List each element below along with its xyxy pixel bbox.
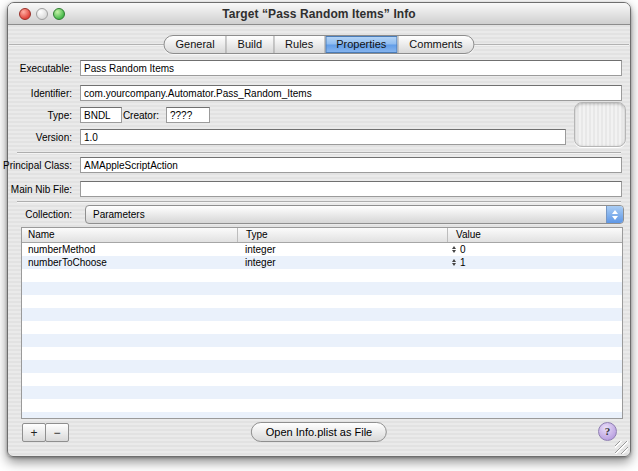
- main-nib-field[interactable]: [80, 181, 622, 197]
- principal-class-field[interactable]: [80, 157, 622, 173]
- parameters-table: Name Type Value numberMethod integer 0 n…: [21, 227, 623, 419]
- zoom-button[interactable]: [53, 8, 65, 20]
- table-header: Name Type Value: [22, 228, 622, 243]
- principal-class-label: Principal Class:: [3, 157, 72, 174]
- tab-rules[interactable]: Rules: [273, 36, 324, 53]
- value-stepper-icon[interactable]: [452, 246, 456, 253]
- open-info-plist-button[interactable]: Open Info.plist as File: [251, 422, 387, 442]
- type-label: Type:: [48, 107, 72, 124]
- tab-properties[interactable]: Properties: [324, 36, 397, 53]
- cell-type: integer: [237, 256, 447, 269]
- resize-grip[interactable]: [615, 441, 628, 454]
- creator-field[interactable]: [166, 107, 210, 123]
- tab-build[interactable]: Build: [226, 36, 273, 53]
- collection-popup[interactable]: Parameters: [85, 205, 624, 224]
- minimize-button: [36, 8, 48, 20]
- cell-name: numberToChoose: [22, 256, 237, 269]
- table-row[interactable]: numberMethod integer 0: [22, 243, 622, 256]
- value-text: 0: [460, 243, 466, 256]
- remove-row-button[interactable]: −: [45, 423, 69, 442]
- popup-arrows-icon: [606, 206, 623, 223]
- main-nib-label: Main Nib File:: [11, 181, 72, 198]
- identifier-label: Identifier:: [31, 85, 72, 102]
- section-divider: [17, 201, 621, 203]
- tab-comments[interactable]: Comments: [397, 36, 473, 53]
- help-button[interactable]: ?: [598, 422, 617, 441]
- info-tabs: General Build Rules Properties Comments: [163, 35, 474, 54]
- value-stepper-icon[interactable]: [452, 259, 456, 266]
- type-field[interactable]: [80, 107, 122, 123]
- cell-type: integer: [237, 243, 447, 256]
- column-header-name[interactable]: Name: [22, 228, 237, 242]
- add-row-button[interactable]: +: [22, 423, 46, 442]
- creator-label: Creator:: [123, 107, 159, 124]
- identifier-field[interactable]: [80, 85, 622, 101]
- collection-label: Collection:: [25, 206, 72, 223]
- section-divider: [17, 152, 621, 154]
- cell-value: 1: [447, 256, 622, 269]
- column-header-value[interactable]: Value: [447, 228, 622, 242]
- table-body: numberMethod integer 0 numberToChoose in…: [22, 243, 622, 418]
- value-text: 1: [460, 256, 466, 269]
- version-field[interactable]: [80, 129, 566, 145]
- executable-label: Executable:: [20, 60, 72, 77]
- target-info-window: Target “Pass Random Items” Info General …: [7, 2, 631, 457]
- cell-value: 0: [447, 243, 622, 256]
- row-edit-buttons: + −: [22, 423, 69, 442]
- app-icon-well[interactable]: [574, 102, 626, 147]
- window-title: Target “Pass Random Items” Info: [8, 3, 630, 25]
- close-button[interactable]: [19, 8, 31, 20]
- executable-field[interactable]: [80, 60, 622, 76]
- title-bar[interactable]: Target “Pass Random Items” Info: [8, 3, 630, 25]
- version-label: Version:: [36, 129, 72, 146]
- column-header-type[interactable]: Type: [237, 228, 447, 242]
- tab-general[interactable]: General: [164, 36, 225, 53]
- collection-popup-value: Parameters: [86, 206, 606, 223]
- cell-name: numberMethod: [22, 243, 237, 256]
- table-row[interactable]: numberToChoose integer 1: [22, 256, 622, 269]
